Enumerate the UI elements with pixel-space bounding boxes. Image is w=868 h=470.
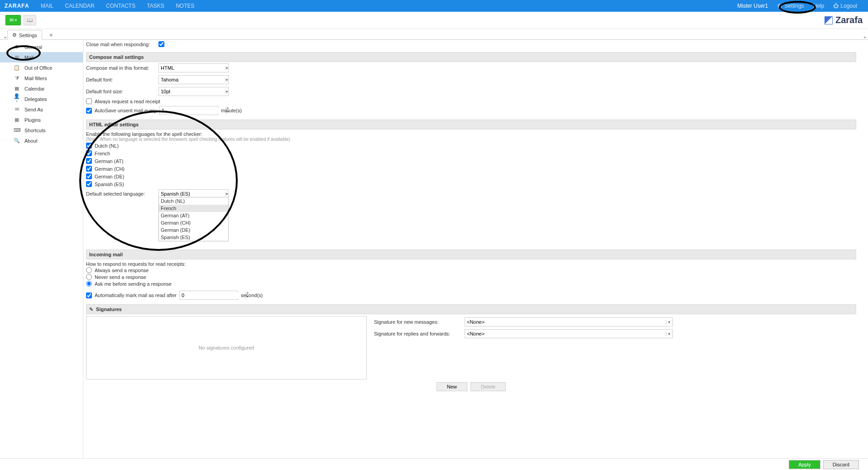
- settings-sidebar: ⚙General ✉Mail 📋Out of Office ⧩Mail filt…: [0, 40, 83, 458]
- addressbook-button[interactable]: 📖: [24, 15, 36, 25]
- svg-line-5: [778, 4, 779, 5]
- spellcheck-lang-checkbox[interactable]: [86, 173, 92, 179]
- keyboard-icon: ⌨: [14, 127, 20, 133]
- nav-brand[interactable]: ZARAFA: [5, 3, 29, 9]
- envelope-icon: ✉: [10, 17, 14, 23]
- chevron-down-icon[interactable]: ▾: [666, 332, 672, 336]
- nav-contacts[interactable]: CONTACTS: [106, 3, 135, 9]
- automark-input[interactable]: [180, 293, 246, 298]
- default-font-value[interactable]: [159, 77, 225, 82]
- readreceipt-always-radio[interactable]: [86, 267, 92, 273]
- tab-add-button[interactable]: +: [46, 30, 57, 39]
- svg-line-8: [781, 4, 782, 5]
- spellcheck-lang-checkbox[interactable]: [86, 181, 92, 187]
- calendar-icon: ▦: [14, 86, 20, 91]
- chevron-down-icon[interactable]: ▾: [666, 320, 672, 324]
- tab-strip: ▸ ⚙ Settings + ◂: [0, 29, 868, 40]
- about-icon: 🔍: [14, 138, 20, 144]
- automark-spinner[interactable]: ▲▼: [179, 291, 238, 300]
- default-lang-value[interactable]: [159, 191, 225, 197]
- compose-format-value[interactable]: [159, 65, 225, 71]
- filter-icon: ⧩: [14, 75, 20, 81]
- gear-icon: ⚙: [14, 44, 20, 50]
- compose-format-combo[interactable]: ▾: [158, 63, 229, 72]
- sig-new-combo[interactable]: ▾: [465, 317, 673, 326]
- readreceipt-never-radio[interactable]: [86, 274, 92, 280]
- sig-new-value[interactable]: [465, 319, 666, 325]
- gear-icon: [777, 3, 782, 9]
- sidebar-item-shortcuts[interactable]: ⌨Shortcuts: [0, 125, 83, 135]
- automark-checkbox[interactable]: [86, 293, 92, 298]
- dropdown-option[interactable]: French: [159, 205, 228, 212]
- spellcheck-lang-label: German (AT): [95, 158, 123, 164]
- sig-reply-combo[interactable]: ▾: [465, 329, 673, 338]
- sidebar-item-label: Delegates: [24, 96, 47, 102]
- chevron-down-icon[interactable]: ▾: [225, 90, 228, 94]
- read-receipt-label: Always request a read receipt: [95, 99, 160, 104]
- chevron-down-icon: ▾: [15, 18, 17, 22]
- nav-mail[interactable]: MAIL: [41, 3, 53, 9]
- sidebar-item-delegates[interactable]: 👤⁺Delegates: [0, 94, 83, 104]
- dropdown-option[interactable]: German (DE): [159, 226, 228, 234]
- nav-calendar[interactable]: CALENDAR: [65, 3, 94, 9]
- autosave-input[interactable]: [160, 108, 226, 113]
- sidebar-item-label: About: [24, 138, 38, 144]
- dropdown-option[interactable]: German (CH): [159, 219, 228, 226]
- section-signatures: ✎ Signatures: [86, 304, 856, 314]
- expand-right-handle[interactable]: ◂: [863, 35, 866, 39]
- user-label[interactable]: Mister User1: [737, 3, 768, 9]
- spellcheck-lang-checkbox[interactable]: [86, 143, 92, 149]
- chevron-down-icon[interactable]: ▾: [225, 66, 228, 70]
- sidebar-item-calendar[interactable]: ▦Calendar: [0, 83, 83, 94]
- spellcheck-lang-label: Spanish (ES): [95, 182, 124, 187]
- read-receipt-checkbox[interactable]: [86, 98, 92, 104]
- pencil-icon: ✎: [89, 307, 95, 312]
- toolbar: ✉▾ 📖 Zarafa: [0, 12, 868, 29]
- default-font-combo[interactable]: ▾: [158, 75, 229, 84]
- sidebar-item-label: Out of Office: [24, 65, 53, 71]
- sidebar-item-mailfilters[interactable]: ⧩Mail filters: [0, 73, 83, 83]
- readreceipt-ask-label: Ask me before sending a response: [95, 281, 172, 287]
- expand-left-handle[interactable]: ▸: [4, 35, 7, 39]
- sidebar-item-outofoffice[interactable]: 📋Out of Office: [0, 62, 83, 73]
- default-lang-label: Default selected language:: [86, 191, 158, 197]
- dropdown-option[interactable]: Spanish (ES): [159, 234, 228, 241]
- sidebar-item-label: Plugins: [24, 117, 41, 123]
- default-fontsize-value[interactable]: [159, 89, 225, 94]
- nav-tasks[interactable]: TASKS: [147, 3, 164, 9]
- dropdown-option[interactable]: Dutch (NL): [159, 197, 228, 205]
- default-lang-dropdown[interactable]: Dutch (NL)FrenchGerman (AT)German (CH)Ge…: [158, 197, 229, 241]
- autosave-spinner[interactable]: ▲▼: [159, 106, 218, 115]
- settings-link[interactable]: Settings: [777, 3, 804, 9]
- sidebar-item-about[interactable]: 🔍About: [0, 135, 83, 146]
- tab-settings[interactable]: ⚙ Settings: [7, 30, 42, 40]
- autosave-suffix: minute(s): [221, 108, 242, 113]
- sidebar-item-sendas[interactable]: ✉Send As: [0, 104, 83, 115]
- spellcheck-lang-checkbox[interactable]: [86, 166, 92, 172]
- help-link[interactable]: Help: [813, 3, 825, 9]
- spellcheck-lang-checkbox[interactable]: [86, 150, 92, 156]
- chevron-down-icon[interactable]: ▾: [225, 192, 228, 196]
- chevron-down-icon[interactable]: ▾: [225, 78, 228, 82]
- section-compose: Compose mail settings: [86, 52, 856, 62]
- dropdown-option[interactable]: German (AT): [159, 212, 228, 219]
- logout-link-label: Logout: [840, 3, 857, 9]
- sidebar-item-mail[interactable]: ✉Mail: [0, 52, 83, 62]
- sidebar-item-general[interactable]: ⚙General: [0, 42, 83, 52]
- nav-notes[interactable]: NOTES: [176, 3, 194, 9]
- autosave-checkbox[interactable]: [86, 108, 92, 114]
- readreceipt-ask-radio[interactable]: [86, 281, 92, 287]
- logout-link[interactable]: ⏻ Logout: [833, 3, 857, 9]
- automark-prefix: Automatically mark mail as read after: [95, 293, 177, 298]
- app-logo: Zarafa: [825, 15, 863, 25]
- default-fontsize-combo[interactable]: ▾: [158, 87, 229, 96]
- spellcheck-lang-checkbox[interactable]: [86, 158, 92, 164]
- sidebar-item-label: Mail: [24, 55, 34, 60]
- signature-new-button[interactable]: New: [436, 382, 467, 391]
- close-mail-checkbox[interactable]: [158, 41, 164, 47]
- person-icon: 👤⁺: [14, 93, 20, 105]
- sig-reply-value[interactable]: [465, 331, 666, 336]
- spellcheck-note: (Note: When no language is selected the …: [86, 137, 856, 142]
- new-mail-button[interactable]: ✉▾: [5, 15, 21, 25]
- sidebar-item-plugins[interactable]: ▦Plugins: [0, 115, 83, 125]
